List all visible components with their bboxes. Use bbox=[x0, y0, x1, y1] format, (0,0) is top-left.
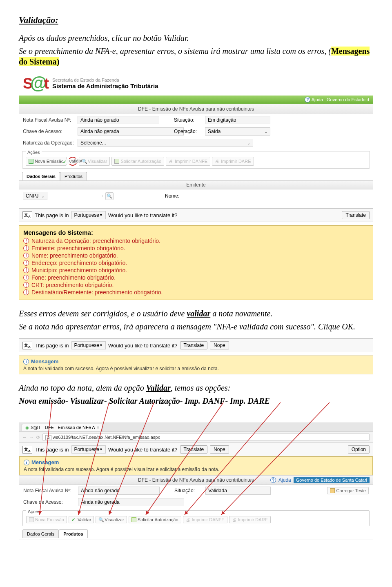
error-row: !Emitente: preenchimento obrigatório. bbox=[23, 245, 369, 251]
error-row: !CRT: preenchimento obrigatório. bbox=[23, 282, 369, 288]
situacao-label-2: Situação: bbox=[174, 488, 203, 494]
translate-question: Would you like to translate it? bbox=[108, 447, 178, 453]
actions-fieldset: Ações Nova Emissão ✔Validar 🔍Visualizar … bbox=[22, 151, 370, 169]
bottom-paragraph-2: Nova emissão- Visualizar- Solicitar Auto… bbox=[19, 396, 373, 406]
reload-button[interactable]: ⟳ bbox=[36, 435, 40, 440]
form-row-natureza: Natureza da Operação: Selecione...⌄ bbox=[19, 137, 373, 149]
tab-dados-gerais[interactable]: Dados Gerais bbox=[22, 172, 60, 180]
magnify-icon: 🔍 bbox=[107, 193, 112, 199]
document-plus-icon bbox=[29, 517, 34, 522]
browser-tab[interactable]: ◉ S@T - DFE - Emissão de NFe A × bbox=[22, 424, 103, 431]
actions-legend-2: Ações bbox=[26, 509, 42, 514]
error-icon: ! bbox=[23, 275, 29, 280]
success-message-header: iMensagem bbox=[23, 358, 369, 365]
success-message-panel: iMensagem A nota foi validada com sucess… bbox=[19, 356, 373, 374]
cnpj-input[interactable] bbox=[50, 195, 103, 197]
error-row: !Nome: preenchimento obrigatório. bbox=[23, 252, 369, 259]
translate-button[interactable]: Translate bbox=[180, 445, 208, 454]
printer-icon: 🖨 bbox=[232, 517, 237, 522]
translate-button[interactable]: Translate bbox=[342, 211, 370, 219]
error-icon: ! bbox=[23, 253, 29, 258]
solicitar-autorizacao-button[interactable]: Solicitar Autorização bbox=[111, 157, 164, 166]
success-message-text-2: A nota foi validada com sucesso. Agora é… bbox=[24, 467, 368, 472]
translate-icon: 文A bbox=[22, 211, 32, 219]
tab-produtos[interactable]: Produtos bbox=[60, 172, 87, 180]
success-message-text: A nota foi validada com sucesso. Agora é… bbox=[23, 366, 369, 371]
help-icon[interactable]: ? bbox=[305, 97, 310, 102]
clipboard-icon bbox=[114, 159, 119, 164]
translate-bar-1: 文A This page is in Portuguese ▼ Would yo… bbox=[19, 208, 373, 222]
sat-subtitle: Secretaria de Estado da Fazenda bbox=[52, 78, 158, 82]
help-text[interactable]: Ajuda bbox=[312, 97, 323, 102]
cnpj-row: CNPJ⌄ 🔍 Nome: bbox=[19, 189, 373, 202]
nope-button[interactable]: Nope bbox=[210, 341, 229, 349]
error-row: !Endereço: preenchimento obrigatório. bbox=[23, 260, 369, 266]
error-icon: ! bbox=[23, 282, 29, 288]
close-icon[interactable]: × bbox=[97, 425, 99, 430]
visualizar-button[interactable]: 🔍Visualizar bbox=[79, 157, 110, 166]
validar-button-2[interactable]: ✔Validar bbox=[69, 516, 94, 523]
error-row: !Fone: preenchimento obrigatório. bbox=[23, 274, 369, 281]
translate-prefix: This page is in bbox=[35, 212, 69, 218]
carregar-teste-button[interactable]: Carregar Teste bbox=[327, 487, 369, 494]
translate-lang-select[interactable]: Portuguese ▼ bbox=[71, 211, 106, 219]
help-icon[interactable]: ? bbox=[270, 477, 276, 483]
imprimir-danfe-button-2[interactable]: 🖨Imprimir DANFE bbox=[183, 516, 227, 523]
imprimir-dare-button-2[interactable]: 🖨Imprimir DARE bbox=[229, 516, 271, 523]
document-plus-icon bbox=[29, 159, 33, 164]
help-text-2[interactable]: Ajuda bbox=[278, 477, 291, 483]
translate-lang-select[interactable]: Portuguese ▼ bbox=[71, 341, 106, 349]
intro-paragraph-2: Se o preenchimento da NFA-e, apresentar … bbox=[19, 46, 373, 67]
translate-lang-select[interactable]: Portuguese ▼ bbox=[71, 445, 106, 454]
cnpj-search-button[interactable]: 🔍 bbox=[105, 192, 114, 200]
validar-highlight-circle: ✔Validar bbox=[68, 156, 78, 166]
error-icon: ! bbox=[23, 260, 29, 266]
info-icon: i bbox=[23, 359, 29, 365]
nova-emissao-button-2[interactable]: Nova Emissão bbox=[26, 516, 67, 523]
nova-emissao-button[interactable]: Nova Emissão bbox=[26, 157, 67, 166]
nome-input[interactable] bbox=[182, 195, 369, 197]
translate-icon: 文A bbox=[22, 446, 32, 454]
solicitar-autorizacao-button-2[interactable]: Solicitar Autorização bbox=[129, 516, 181, 523]
magnify-icon: 🔍 bbox=[98, 517, 103, 522]
chave-label-2: Chave de Acesso: bbox=[23, 499, 76, 505]
situacao-value-2: Validada bbox=[205, 487, 271, 495]
gov-label: ? Ajuda Governo do Estado d bbox=[305, 97, 369, 102]
natureza-label: Natureza da Operação: bbox=[23, 140, 75, 146]
form-row-chave-2: Chave de Acesso: Ainda não gerada bbox=[19, 496, 373, 508]
chevron-down-icon: ⌄ bbox=[264, 129, 267, 134]
translate-button[interactable]: Translate bbox=[180, 341, 208, 349]
translate-prefix: This page is in bbox=[35, 447, 69, 453]
bottom-bold-validar: Validar bbox=[146, 383, 171, 392]
visualizar-button-2[interactable]: 🔍Visualizar bbox=[96, 516, 127, 523]
back-button[interactable]: ← bbox=[22, 435, 27, 440]
nome-label: Nome: bbox=[165, 193, 179, 199]
operacao-select[interactable]: Saída⌄ bbox=[205, 127, 270, 136]
browser-tab-row: ◉ S@T - DFE - Emissão de NFe A × bbox=[19, 423, 373, 431]
green-header-bar: ? Ajuda Governo do Estado d bbox=[19, 96, 373, 104]
options-button[interactable]: Option bbox=[348, 445, 370, 454]
forward-button[interactable]: → bbox=[29, 435, 34, 440]
nfa-no-value-2: Ainda não gerado bbox=[78, 487, 160, 495]
chave-value: Ainda não gerada bbox=[78, 127, 184, 136]
cnpj-type-select[interactable]: CNPJ⌄ bbox=[23, 192, 47, 200]
error-icon: ! bbox=[23, 245, 29, 251]
screenshot-sat-form: S@t Secretaria de Estado da Fazenda Sist… bbox=[19, 71, 373, 202]
info-icon: i bbox=[24, 460, 29, 465]
page-title-bar: DFE - Emissão de NFe Avulsa para não con… bbox=[19, 104, 373, 114]
imprimir-dare-button[interactable]: 🖨Imprimir DARE bbox=[212, 157, 254, 166]
printer-icon: 🖨 bbox=[186, 517, 191, 522]
translate-question: Would you like to translate it? bbox=[108, 342, 178, 349]
nope-button[interactable]: Nope bbox=[210, 445, 229, 454]
tab-produtos-2[interactable]: Produtos bbox=[59, 529, 87, 538]
bottom-paragraph-1: Ainda no topo da nota, alem da opção Val… bbox=[19, 382, 373, 393]
imprimir-danfe-button[interactable]: 🖨Imprimir DANFE bbox=[166, 157, 210, 166]
check-icon: ✔ bbox=[62, 159, 68, 165]
tab-favicon-icon: ◉ bbox=[25, 425, 29, 430]
sat-logo-bar: S@t Secretaria de Estado da Fazenda Sist… bbox=[19, 71, 373, 96]
intro-2a: Se o preenchimento da NFA-e, apresentar … bbox=[19, 47, 331, 56]
natureza-select[interactable]: Selecione...⌄ bbox=[78, 139, 253, 147]
tab-dados-gerais-2[interactable]: Dados Gerais bbox=[22, 529, 59, 538]
tabs: Dados Gerais Produtos bbox=[22, 172, 370, 180]
address-bar[interactable]: 🗋 ws63109/tax.NET.des/tax.Net.NFE/Nfa_em… bbox=[42, 434, 370, 441]
